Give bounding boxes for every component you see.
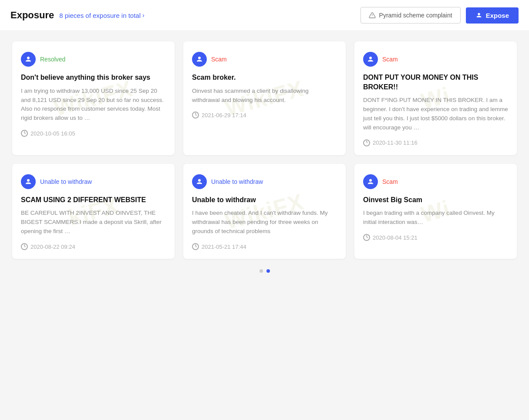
card-5-tag-label: Unable to withdraw xyxy=(211,178,263,185)
complaint-button[interactable]: Pyramid scheme complaint xyxy=(361,7,461,24)
card-3[interactable]: Wi Scam DONT PUT YOUR MONEY ON THIS BROK… xyxy=(354,41,517,155)
card-6-body: I began trading with a company called Oi… xyxy=(363,209,508,227)
clock-icon-5 xyxy=(192,243,199,250)
card-1[interactable]: WikiFX Resolved Don't believe anything t… xyxy=(12,41,175,155)
pagination xyxy=(9,269,520,273)
clock-icon-2 xyxy=(192,112,199,119)
card-1-tag-label: Resolved xyxy=(40,56,65,63)
card-5-tag-row: Unable to withdraw xyxy=(192,174,337,189)
card-1-title: Don't believe anything this broker says xyxy=(21,73,166,82)
card-1-tag-icon xyxy=(21,52,36,67)
card-3-tag-icon xyxy=(363,52,378,67)
pagination-dot-2[interactable] xyxy=(266,269,270,273)
card-6-tag-icon xyxy=(363,174,378,189)
clock-icon xyxy=(21,130,28,137)
card-5-body: I have been cheated. And I can't withdra… xyxy=(192,209,337,236)
clock-icon-6 xyxy=(363,234,370,241)
card-6-tag-label: Scam xyxy=(382,178,398,185)
user-icon-6 xyxy=(367,178,374,186)
user-icon-3 xyxy=(367,55,374,63)
pagination-dot-1[interactable] xyxy=(259,269,263,273)
svg-point-6 xyxy=(27,179,30,182)
card-2-title: Scam broker. xyxy=(192,73,337,82)
card-4-tag-row: Unable to withdraw xyxy=(21,174,166,189)
header-right: Pyramid scheme complaint Expose xyxy=(361,7,519,24)
card-4-title: SCAM USING 2 DIFFERENT WEBSITE xyxy=(21,195,166,205)
user-icon xyxy=(195,55,203,63)
clock-icon-3 xyxy=(363,139,370,146)
card-5-title: Unable to withdraw xyxy=(192,195,337,205)
card-1-date: 2020-10-05 16:05 xyxy=(21,130,166,137)
card-2[interactable]: WikiFX Scam Scam broker. Oinvest has sca… xyxy=(183,41,346,155)
card-6-date: 2020-08-04 15:21 xyxy=(363,234,508,241)
card-5-date: 2021-05-21 17:44 xyxy=(192,243,337,250)
user-icon-5 xyxy=(195,178,203,186)
card-6-tag-row: Scam xyxy=(363,174,508,189)
card-4[interactable]: kiFX Unable to withdraw SCAM USING 2 DIF… xyxy=(12,164,175,259)
page-header: Exposure 8 pieces of exposure in total ›… xyxy=(0,0,529,31)
clock-icon-4 xyxy=(21,243,28,250)
svg-point-8 xyxy=(369,179,372,182)
expose-icon xyxy=(475,12,482,19)
card-5-tag-icon xyxy=(192,174,207,189)
svg-point-2 xyxy=(478,13,480,15)
card-2-tag-icon xyxy=(192,52,207,67)
card-6-title: Oinvest Big Scam xyxy=(363,195,508,205)
page-title: Exposure xyxy=(10,10,54,21)
card-2-tag-row: Scam xyxy=(192,52,337,67)
svg-point-7 xyxy=(198,179,201,182)
card-2-body: Oinvest has scammed a client by disallow… xyxy=(192,87,337,105)
card-3-body: DONT F*ING PUT MONEY IN THIS BROKER. I a… xyxy=(363,96,508,132)
cards-grid: WikiFX Resolved Don't believe anything t… xyxy=(9,41,520,259)
card-1-body: I am trying to withdraw 13,000 USD since… xyxy=(21,87,166,123)
card-3-tag-row: Scam xyxy=(363,52,508,67)
chevron-icon: › xyxy=(142,12,145,19)
header-left: Exposure 8 pieces of exposure in total › xyxy=(10,10,145,21)
card-3-tag-label: Scam xyxy=(382,56,398,63)
card-4-tag-label: Unable to withdraw xyxy=(40,178,92,185)
card-2-tag-label: Scam xyxy=(211,56,227,63)
svg-point-4 xyxy=(198,57,201,59)
card-3-title: DONT PUT YOUR MONEY ON THIS BROKER!! xyxy=(363,73,508,91)
card-4-body: BE CAREFUL WITH 2INVEST AND OINVEST, THE… xyxy=(21,209,166,236)
card-4-date: 2020-08-22 09:24 xyxy=(21,243,166,250)
card-1-tag-row: Resolved xyxy=(21,52,166,67)
expose-button[interactable]: Expose xyxy=(466,7,519,24)
user-icon-4 xyxy=(24,178,32,186)
card-4-tag-icon xyxy=(21,174,36,189)
card-2-date: 2021-06-29 17:14 xyxy=(192,112,337,119)
exposure-count[interactable]: 8 pieces of exposure in total › xyxy=(59,12,144,19)
svg-point-3 xyxy=(27,57,30,59)
card-3-date: 2020-11-30 11:16 xyxy=(363,139,508,146)
card-5[interactable]: WikiFX Unable to withdraw Unable to with… xyxy=(183,164,346,259)
svg-point-5 xyxy=(369,57,372,59)
shield-check-icon xyxy=(24,55,32,63)
warning-icon xyxy=(369,12,376,19)
card-6[interactable]: Wi Scam Oinvest Big Scam I began trading… xyxy=(354,164,517,259)
